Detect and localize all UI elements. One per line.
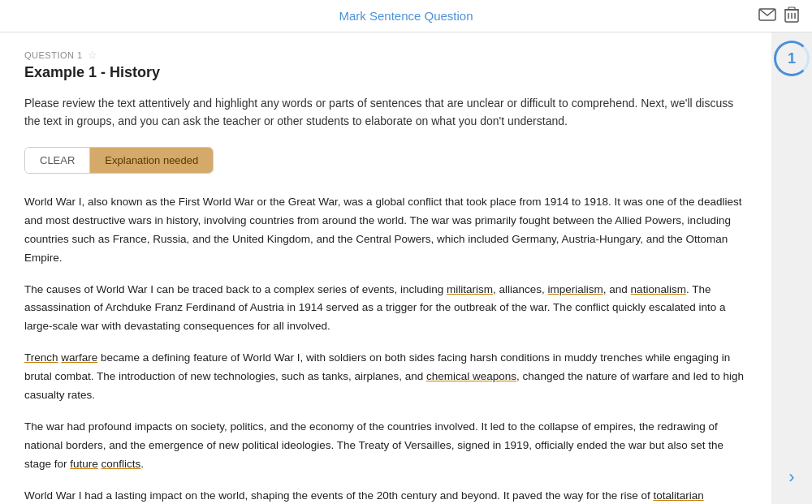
delete-icon[interactable]	[784, 6, 799, 25]
highlight-conflicts: conflicts	[102, 458, 141, 470]
title-bar-icons	[758, 6, 799, 25]
paragraph-3: Trench warfare became a defining feature…	[24, 349, 747, 405]
question-label: QUESTION 1 ☆	[24, 49, 747, 61]
highlight-trench: Trench	[24, 351, 58, 364]
next-arrow[interactable]: ›	[788, 467, 794, 488]
answer-toolbar: CLEAR Explanation needed	[24, 147, 214, 174]
email-icon[interactable]	[758, 8, 776, 24]
paragraph-2: The causes of World War I can be traced …	[24, 281, 747, 337]
content-area: QUESTION 1 ☆ Example 1 - History Please …	[0, 32, 771, 504]
clear-button[interactable]: CLEAR	[25, 148, 90, 173]
explanation-needed-button[interactable]: Explanation needed	[90, 148, 213, 173]
star-icon[interactable]: ☆	[88, 49, 98, 61]
highlight-chemical-weapons: chemical weapons	[426, 370, 516, 382]
title-bar: Mark Sentence Question	[0, 0, 812, 32]
paragraph-5: World War I had a lasting impact on the …	[24, 487, 747, 504]
highlight-totalitarian-regimes: totalitarian regimes	[24, 489, 704, 504]
highlight-nationalism: nationalism	[631, 283, 686, 295]
svg-rect-6	[788, 7, 795, 10]
question-body: Please review the text attentively and h…	[24, 94, 747, 131]
question-counter-badge: 1	[774, 41, 810, 76]
highlight-imperialism: imperialism	[548, 283, 603, 295]
highlight-militarism: militarism	[447, 283, 493, 295]
main-layout: QUESTION 1 ☆ Example 1 - History Please …	[0, 32, 812, 504]
highlight-warfare: warfare	[61, 351, 97, 364]
counter-number: 1	[788, 50, 796, 67]
right-sidebar: 1 ›	[771, 32, 812, 504]
paragraph-4: The war had profound impacts on society,…	[24, 418, 747, 474]
highlight-future: future	[70, 458, 98, 470]
paragraph-1: World War I, also known as the First Wor…	[24, 193, 747, 268]
window-title: Mark Sentence Question	[339, 9, 473, 23]
question-title: Example 1 - History	[24, 64, 747, 81]
question-number: QUESTION 1	[24, 50, 83, 60]
